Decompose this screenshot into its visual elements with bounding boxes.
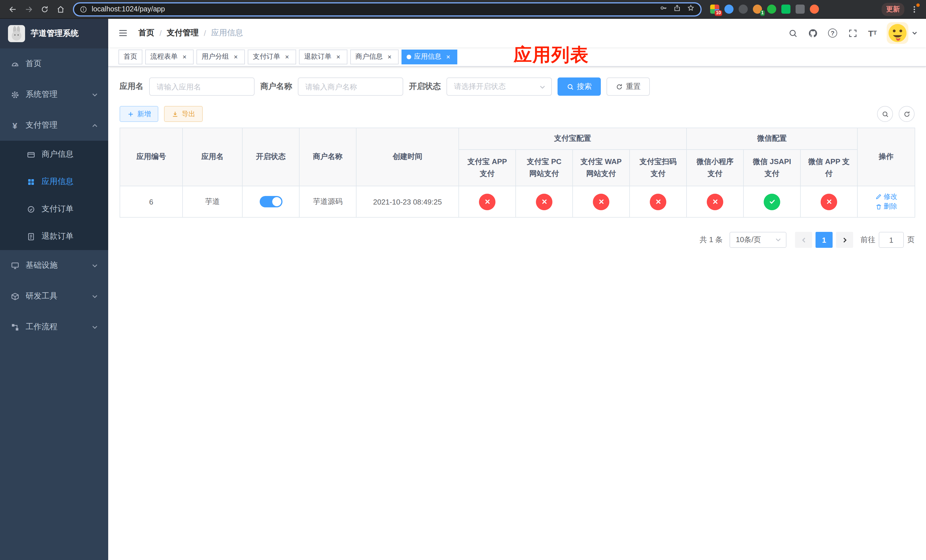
tab-label: 退款订单	[304, 52, 331, 62]
github-icon[interactable]	[807, 27, 819, 39]
prev-page-button[interactable]	[795, 232, 812, 248]
home-icon[interactable]	[53, 2, 67, 16]
tab-app-info[interactable]: 应用信息×	[401, 49, 457, 64]
pagination-total: 共 1 条	[700, 235, 723, 245]
sidebar-item-merchant-info[interactable]: 商户信息	[0, 141, 108, 168]
sidebar-item-label: 基础设施	[26, 260, 57, 271]
help-icon[interactable]: ?	[827, 27, 838, 39]
search-icon[interactable]	[787, 27, 799, 39]
sidebar-item-label: 工作流程	[26, 322, 57, 332]
order-icon	[26, 204, 35, 213]
user-avatar[interactable]	[887, 22, 908, 44]
forward-icon[interactable]	[22, 2, 35, 16]
tab-refund-order[interactable]: 退款订单×	[299, 49, 347, 64]
chevron-down-icon	[92, 293, 98, 300]
browser-toolbar: localhost:1024/pay/app 10 1 更新	[0, 0, 926, 19]
sidebar-item-app-info[interactable]: 应用信息	[0, 168, 108, 195]
refresh-button[interactable]	[899, 106, 915, 122]
delete-button[interactable]: 删除	[875, 202, 897, 211]
extension-icon-4[interactable]: 1	[752, 4, 763, 14]
reload-icon[interactable]	[38, 2, 51, 16]
sidebar-item-payment[interactable]: ¥ 支付管理	[0, 110, 108, 141]
tab-user-group[interactable]: 用户分组×	[197, 49, 245, 64]
search-button-label: 搜索	[577, 82, 592, 92]
export-button[interactable]: 导出	[164, 106, 203, 122]
goto-label: 前往	[861, 235, 875, 245]
edit-button[interactable]: 修改	[875, 192, 897, 201]
close-icon[interactable]: ×	[334, 53, 342, 61]
col-header-alipay-wap: 支付宝 WAP 网站支付	[573, 150, 629, 186]
extension-icon-6[interactable]	[781, 4, 791, 14]
breadcrumb-payment[interactable]: 支付管理	[167, 28, 199, 38]
delete-button-label: 删除	[884, 202, 897, 211]
page-size-select[interactable]: 10条/页	[729, 232, 787, 248]
cell-alipay-wap	[573, 186, 629, 217]
close-icon[interactable]: ×	[444, 53, 452, 61]
password-key-icon[interactable]	[660, 4, 667, 14]
app-logo-row[interactable]: 芋道管理系统	[0, 19, 108, 48]
pagination: 共 1 条 10条/页 1 前往 页	[120, 232, 915, 248]
browser-update-button[interactable]: 更新	[882, 3, 904, 16]
tab-flow-form[interactable]: 流程表单×	[145, 49, 194, 64]
browser-menu-icon[interactable]	[908, 3, 920, 15]
status-toggle[interactable]	[259, 196, 282, 207]
reset-button[interactable]: 重置	[607, 77, 650, 96]
col-header-wechat-app: 微信 APP 支付	[800, 150, 857, 186]
user-menu[interactable]	[887, 22, 917, 44]
sidebar-item-dev-tools[interactable]: 研发工具	[0, 281, 108, 312]
extension-icon-1[interactable]: 10	[710, 4, 720, 14]
next-page-button[interactable]	[836, 232, 853, 248]
close-icon[interactable]: ×	[180, 53, 189, 61]
sidebar-item-workflow[interactable]: 工作流程	[0, 312, 108, 342]
col-header-merchant: 商户名称	[299, 128, 356, 186]
fullscreen-icon[interactable]	[847, 27, 858, 39]
sidebar-item-pay-order[interactable]: 支付订单	[0, 195, 108, 223]
cell-alipay-qr	[629, 186, 687, 217]
close-icon[interactable]: ×	[386, 53, 393, 61]
extension-icon-3[interactable]	[738, 4, 748, 14]
sidebar-item-home[interactable]: 首页	[0, 48, 108, 79]
sidebar-item-refund-order[interactable]: 退款订单	[0, 223, 108, 250]
payment-submenu: 商户信息 应用信息 支付订单 退款订单	[0, 141, 108, 250]
extension-icon-2[interactable]	[724, 4, 734, 14]
toggle-search-button[interactable]	[877, 106, 893, 122]
site-info-icon[interactable]	[80, 5, 87, 13]
address-bar[interactable]: localhost:1024/pay/app	[73, 2, 702, 16]
bookmark-star-icon[interactable]	[687, 4, 695, 14]
search-button[interactable]: 搜索	[558, 77, 601, 96]
chevron-down-icon	[92, 91, 98, 98]
sidebar-toggle-icon[interactable]	[117, 27, 129, 39]
close-icon[interactable]: ×	[283, 53, 291, 61]
share-icon[interactable]	[673, 4, 681, 14]
merchant-name-input[interactable]	[298, 77, 403, 96]
app-name-input[interactable]	[149, 77, 254, 96]
extension-icon-7[interactable]	[795, 4, 805, 14]
back-icon[interactable]	[6, 2, 20, 16]
extension-icon-5[interactable]	[767, 4, 777, 14]
sidebar-item-infrastructure[interactable]: 基础设施	[0, 250, 108, 281]
page-size-value: 10条/页	[736, 235, 761, 245]
add-button[interactable]: 新增	[120, 106, 158, 122]
tab-merchant-info[interactable]: 商户信息×	[350, 49, 399, 64]
col-header-alipay-app: 支付宝 APP 支付	[459, 150, 516, 186]
active-tab-dot	[407, 54, 411, 59]
close-icon[interactable]: ×	[232, 53, 240, 61]
sidebar-item-system[interactable]: 系统管理	[0, 79, 108, 110]
url-text[interactable]: localhost:1024/pay/app	[92, 5, 660, 13]
document-icon	[26, 232, 35, 241]
goto-page-input[interactable]	[879, 232, 904, 248]
col-header-app-id: 应用编号	[120, 128, 183, 186]
status-label: 开启状态	[409, 82, 441, 92]
status-select[interactable]: 请选择开启状态	[446, 77, 552, 96]
breadcrumb-home[interactable]: 首页	[138, 28, 154, 38]
grid-icon	[26, 177, 35, 186]
disabled-icon	[707, 194, 723, 210]
tab-home[interactable]: 首页	[118, 49, 142, 64]
extension-icon-8[interactable]	[809, 4, 820, 14]
font-size-icon[interactable]: TT	[867, 27, 878, 39]
sidebar-item-label: 退款订单	[42, 231, 73, 242]
breadcrumb-separator: /	[159, 29, 162, 38]
tab-pay-order[interactable]: 支付订单×	[248, 49, 296, 64]
page-number-1[interactable]: 1	[816, 232, 832, 248]
enabled-icon	[764, 194, 780, 210]
